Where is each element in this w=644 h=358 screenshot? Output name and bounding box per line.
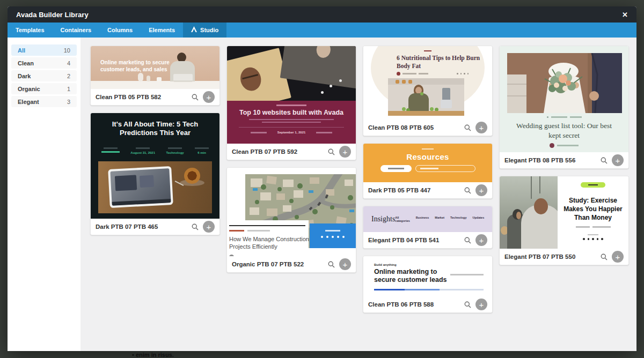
template-name: Dark PTB 07 PTB 465 bbox=[96, 223, 158, 230]
template-name: Clean PTB 05 PTB 582 bbox=[96, 94, 161, 100]
preview-search-icon[interactable] bbox=[328, 261, 335, 268]
tab-elements[interactable]: Elements bbox=[141, 23, 183, 38]
preview-search-icon[interactable] bbox=[601, 253, 608, 260]
template-preview-organic-ptb-07[interactable]: How We Manage Construction Projects Effi… bbox=[227, 168, 356, 256]
tab-containers[interactable]: Containers bbox=[53, 23, 99, 38]
count-badge: 10 bbox=[64, 47, 70, 54]
sidebar-item-dark[interactable]: Dark2 bbox=[11, 70, 77, 81]
add-template-button[interactable]: + bbox=[475, 299, 487, 310]
template-card: Resources Dark PTB 05 PTB 447 + bbox=[363, 143, 493, 199]
tab-bar: Templates Containers Columns Elements St… bbox=[8, 23, 636, 38]
template-name: Clean PTB 06 PTB 588 bbox=[368, 301, 434, 308]
preview-search-icon[interactable] bbox=[464, 187, 471, 194]
sidebar-item-all[interactable]: All10 bbox=[11, 44, 77, 56]
add-template-button[interactable]: + bbox=[339, 258, 351, 270]
avada-builder-library-modal: Avada Builder Library ✕ Templates Contai… bbox=[8, 6, 636, 351]
template-name: Clean PTB 08 PTB 605 bbox=[368, 124, 434, 131]
count-badge: 2 bbox=[67, 73, 70, 79]
preview-search-icon[interactable] bbox=[601, 157, 608, 164]
author-avatar bbox=[550, 143, 554, 148]
sidebar-item-clean[interactable]: Clean4 bbox=[11, 57, 77, 69]
template-preview-clean-ptb-06[interactable]: Build anything Online marketing to secur… bbox=[363, 256, 492, 296]
template-preview-dark-ptb-05[interactable]: Resources bbox=[363, 144, 492, 182]
template-preview-elegant-ptb-04[interactable]: Insights All categories Business Market … bbox=[363, 206, 492, 232]
kitchen-photo bbox=[388, 78, 464, 116]
template-card: Build anything Online marketing to secur… bbox=[363, 256, 493, 313]
template-preview-clean-ptb-07[interactable]: Top 10 websites built with Avada Septemb… bbox=[227, 46, 356, 144]
add-template-button[interactable]: + bbox=[612, 251, 624, 263]
preview-search-icon[interactable] bbox=[464, 124, 471, 131]
category-sidebar: All10 Clean4 Dark2 Organic1 Elegant3 bbox=[8, 38, 80, 351]
template-card: It's All About Time: 5 Tech Predictions … bbox=[90, 113, 220, 235]
add-template-button[interactable]: + bbox=[203, 91, 215, 103]
template-card: Insights All categories Business Market … bbox=[363, 206, 493, 249]
template-preview-clean-ptb-08[interactable]: 6 Nutritional Tips to Help Burn Body Fat bbox=[363, 46, 492, 120]
preview-search-icon[interactable] bbox=[464, 301, 471, 308]
add-template-button[interactable]: + bbox=[475, 234, 487, 246]
modal-header: Avada Builder Library ✕ bbox=[8, 6, 636, 23]
template-card: 6 Nutritional Tips to Help Burn Body Fat bbox=[363, 46, 493, 136]
template-preview-elegant-ptb-07[interactable]: Study: Exercise Makes You Happier Than M… bbox=[500, 176, 628, 249]
sidebar-item-organic[interactable]: Organic1 bbox=[11, 83, 77, 94]
search-field-outline bbox=[415, 165, 475, 172]
add-template-button[interactable]: + bbox=[475, 122, 487, 133]
preview-search-icon[interactable] bbox=[192, 94, 199, 101]
count-badge: 3 bbox=[67, 99, 70, 105]
count-badge: 1 bbox=[67, 86, 70, 92]
add-template-button[interactable]: + bbox=[203, 221, 215, 233]
template-grid: Online marketing to secure customer lead… bbox=[80, 38, 636, 351]
athletes-photo bbox=[500, 176, 558, 249]
preview-search-icon[interactable] bbox=[328, 148, 335, 155]
preview-search-icon[interactable] bbox=[464, 237, 471, 244]
template-card: How We Manage Construction Projects Effi… bbox=[226, 167, 356, 273]
author-avatar bbox=[229, 255, 234, 256]
avada-logo-icon bbox=[191, 23, 197, 38]
count-badge: 4 bbox=[67, 60, 70, 66]
add-template-button[interactable]: + bbox=[612, 154, 624, 166]
preview-search-icon[interactable] bbox=[192, 223, 199, 230]
template-card: Study: Exercise Makes You Happier Than M… bbox=[499, 176, 629, 265]
tab-columns[interactable]: Columns bbox=[99, 23, 141, 38]
template-preview-clean-ptb-05[interactable]: Online marketing to secure customer lead… bbox=[91, 46, 219, 89]
share-box bbox=[310, 223, 356, 248]
category-badge bbox=[581, 182, 605, 188]
template-name: Dark PTB 05 PTB 447 bbox=[368, 187, 430, 193]
template-name: Elegant PTB 08 PTB 556 bbox=[504, 157, 575, 163]
sidebar-item-elegant[interactable]: Elegant3 bbox=[11, 96, 77, 107]
template-preview-elegant-ptb-08[interactable]: Wedding guest list tool: Our best kept s… bbox=[500, 46, 628, 152]
template-name: Clean PTB 07 PTB 592 bbox=[232, 148, 297, 155]
template-preview-dark-ptb-07[interactable]: It's All About Time: 5 Tech Predictions … bbox=[91, 113, 219, 219]
template-card: Top 10 websites built with Avada Septemb… bbox=[226, 46, 356, 160]
close-icon[interactable]: ✕ bbox=[622, 11, 628, 19]
template-name: Elegant PTB 07 PTB 550 bbox=[504, 253, 575, 260]
tab-templates[interactable]: Templates bbox=[8, 23, 53, 38]
modal-title: Avada Builder Library bbox=[16, 11, 89, 19]
template-name: Elegant PTB 04 PTB 541 bbox=[368, 237, 439, 243]
categories-pill bbox=[380, 165, 412, 172]
add-template-button[interactable]: + bbox=[475, 184, 487, 196]
template-name: Organic PTB 07 PTB 522 bbox=[232, 261, 304, 267]
template-card: Wedding guest list tool: Our best kept s… bbox=[499, 46, 629, 169]
add-template-button[interactable]: + bbox=[339, 146, 351, 158]
wedding-photo bbox=[507, 53, 622, 113]
background-page-text: • enim in risus. bbox=[132, 352, 174, 358]
template-card: Online marketing to secure customer lead… bbox=[90, 46, 220, 106]
tab-studio[interactable]: Studio bbox=[183, 23, 226, 38]
